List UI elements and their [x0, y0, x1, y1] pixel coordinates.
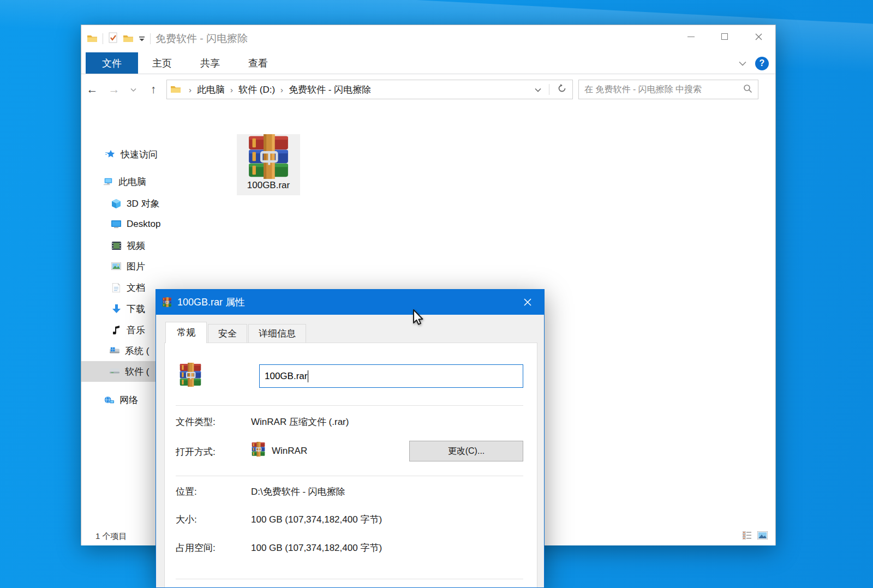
size-value: 100 GB (107,374,182,400 字节): [251, 513, 382, 526]
divider: [176, 476, 523, 476]
details-view-icon[interactable]: [743, 531, 752, 541]
window-title: 免费软件 - 闪电擦除: [156, 32, 248, 46]
general-tab-page: 100GB.rar 文件类型: WinRAR 压缩文件 (.rar) 打开方式:…: [164, 343, 537, 588]
properties-dialog: 100GB.rar 属性 常规 安全 详细信息 100GB.rar 文件类型: …: [156, 289, 545, 588]
software-drive-icon: [110, 368, 119, 375]
new-folder-icon[interactable]: [123, 33, 134, 45]
videos-icon: [111, 242, 121, 250]
sidebar-item-label: Desktop: [127, 219, 160, 230]
sidebar-item-network[interactable]: 网络: [81, 389, 164, 410]
opens-with-label: 打开方式:: [176, 446, 216, 458]
mouse-cursor: [410, 309, 424, 327]
quick-access-star-icon: [105, 150, 115, 159]
sidebar-item-label: 图片: [127, 260, 145, 273]
sidebar-item-quick-access[interactable]: 快速访问: [81, 144, 164, 165]
help-icon[interactable]: ?: [755, 57, 769, 70]
collapse-ribbon-icon[interactable]: [739, 58, 746, 68]
divider: [103, 33, 103, 44]
tab-file[interactable]: 文件: [86, 52, 138, 74]
search-input[interactable]: 在 免费软件 - 闪电擦除 中搜索: [578, 80, 758, 99]
filename-input[interactable]: 100GB.rar: [259, 364, 523, 388]
breadcrumb-chevron-icon: ›: [276, 85, 288, 94]
change-button[interactable]: 更改(C)...: [409, 441, 523, 461]
winrar-file-icon: [177, 363, 204, 387]
network-icon: [104, 396, 114, 404]
sidebar-item-this-pc[interactable]: 此电脑: [81, 171, 164, 192]
tab-general[interactable]: 常规: [165, 322, 207, 343]
sidebar-item-label: 视频: [127, 239, 145, 252]
desktop-wallpaper: 免费软件 - 闪电擦除 文件 主页 共享 查看 ? ←: [0, 0, 873, 588]
divider: [176, 579, 523, 579]
dialog-close-button[interactable]: [511, 290, 544, 315]
sidebar-item-videos[interactable]: 视频: [81, 235, 164, 256]
sidebar-item-documents[interactable]: 文档: [81, 277, 164, 298]
close-icon: [755, 33, 762, 40]
sidebar-item-system-drive[interactable]: 系统 (: [81, 340, 164, 361]
sidebar-item-pictures[interactable]: 图片: [81, 256, 164, 277]
sidebar-item-3d-objects[interactable]: 3D 对象: [81, 193, 164, 214]
thumbnail-view-icon[interactable]: [757, 531, 768, 541]
window-controls: [674, 25, 775, 48]
size-on-disk-label: 占用空间:: [176, 542, 216, 554]
location-label: 位置:: [176, 485, 197, 498]
text-caret: [308, 370, 308, 382]
divider: [150, 33, 151, 44]
maximize-button[interactable]: [708, 25, 742, 48]
winrar-icon: [162, 297, 172, 307]
sidebar-item-label: 网络: [119, 394, 138, 406]
sidebar-item-music[interactable]: 音乐: [81, 320, 164, 340]
downloads-icon: [111, 304, 121, 314]
refresh-icon[interactable]: [557, 83, 567, 95]
dialog-tab-bar: 常规 安全 详细信息: [165, 325, 307, 343]
file-item-100gb-rar[interactable]: 100GB.rar: [237, 134, 300, 195]
dialog-titlebar[interactable]: 100GB.rar 属性: [156, 290, 544, 315]
ribbon-tab-bar: 文件 主页 共享 查看: [81, 52, 775, 74]
pictures-icon: [111, 262, 121, 270]
explorer-titlebar[interactable]: 免费软件 - 闪电擦除: [81, 25, 775, 52]
sidebar-item-label: 文档: [127, 281, 145, 294]
size-on-disk-value: 100 GB (107,374,182,400 字节): [251, 542, 382, 554]
up-icon[interactable]: ↑: [141, 83, 165, 96]
divider: [549, 84, 549, 95]
filename-value: 100GB.rar: [265, 371, 307, 382]
address-bar-row: ← → ↑ › 此电脑 › 软件 (D:) › 免费软件 - 闪电擦除: [81, 75, 775, 104]
properties-check-icon[interactable]: [108, 32, 118, 45]
search-icon[interactable]: [743, 84, 752, 95]
dialog-title: 100GB.rar 属性: [177, 296, 245, 309]
qat-customize-icon[interactable]: [139, 34, 145, 44]
breadcrumb-chevron-icon: ›: [226, 85, 237, 94]
breadcrumb-chevron-icon: ›: [184, 85, 196, 94]
address-folder-icon: [170, 84, 181, 95]
address-history-icon[interactable]: [535, 85, 541, 94]
breadcrumb-current-folder[interactable]: 免费软件 - 闪电擦除: [288, 83, 372, 96]
sidebar-item-software-drive[interactable]: 软件 (: [81, 361, 164, 382]
forward-icon[interactable]: →: [103, 83, 125, 96]
tab-details[interactable]: 详细信息: [248, 324, 306, 343]
winrar-app-icon: [251, 442, 266, 457]
this-pc-icon: [103, 177, 113, 186]
recent-locations-icon[interactable]: [125, 85, 141, 94]
tab-share[interactable]: 共享: [186, 52, 234, 74]
breadcrumb-drive-d[interactable]: 软件 (D:): [237, 83, 276, 96]
tab-security[interactable]: 安全: [208, 324, 247, 343]
back-icon[interactable]: ←: [81, 83, 103, 96]
address-bar[interactable]: › 此电脑 › 软件 (D:) › 免费软件 - 闪电擦除: [166, 80, 573, 99]
desktop-icon: [111, 220, 121, 228]
sidebar-item-desktop[interactable]: Desktop: [81, 214, 164, 235]
tab-home[interactable]: 主页: [138, 52, 186, 74]
system-drive-icon: [110, 347, 119, 355]
quick-access-toolbar: 免费软件 - 闪电擦除: [87, 32, 248, 46]
sidebar-item-label: 3D 对象: [127, 197, 159, 210]
folder-icon: [87, 33, 98, 45]
tab-view[interactable]: 查看: [234, 52, 282, 74]
file-type-value: WinRAR 压缩文件 (.rar): [251, 416, 349, 428]
close-button[interactable]: [742, 25, 775, 48]
3d-objects-icon: [111, 199, 121, 208]
sidebar-item-label: 此电脑: [118, 176, 146, 188]
sidebar-item-label: 软件 (: [125, 365, 149, 378]
minimize-button[interactable]: [674, 25, 708, 48]
file-type-label: 文件类型:: [176, 416, 216, 428]
location-value: D:\免费软件 - 闪电擦除: [251, 485, 345, 498]
sidebar-item-downloads[interactable]: 下载: [81, 298, 164, 319]
breadcrumb-this-pc[interactable]: 此电脑: [196, 83, 226, 96]
